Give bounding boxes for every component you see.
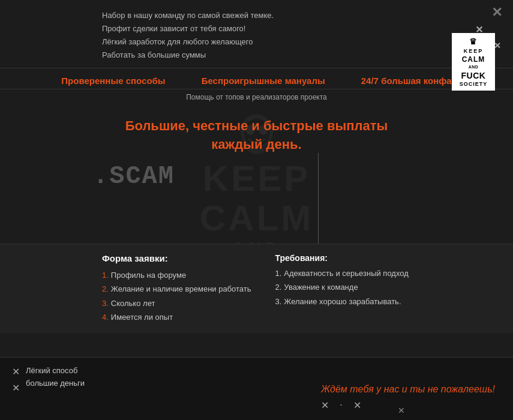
req-item-3: Желание хорошо зарабатывать. xyxy=(275,295,409,308)
bottom-text-block: Лёгкий способ большие деньги xyxy=(26,365,85,390)
form-item-1: Профиль на форуме xyxy=(102,268,251,282)
bottom-cta: Ждём тебя у нас и ты не пожалеешь! xyxy=(321,384,495,395)
bottom-bar: ✕ ✕ Лёгкий способ большие деньги ✕ . Ждё… xyxy=(0,357,513,420)
top-section: Набор в нашу команду по самой свежей тем… xyxy=(0,0,513,68)
tab-manuals[interactable]: Беспроигрышные мануалы xyxy=(202,76,325,86)
bottom-x-icon-1[interactable]: ✕ xyxy=(321,400,329,411)
form-block: Форма заявки: Профиль на форуме Желание … xyxy=(102,253,251,325)
form-item-2: Желание и наличие времени работать xyxy=(102,282,251,296)
req-title: Требования: xyxy=(275,253,409,263)
headline-text: Большие, честные и быстрые выплаты кажды… xyxy=(0,117,513,154)
bottom-x-icons: ✕ · ✕ xyxy=(321,400,495,411)
scam-text: .SCAM xyxy=(93,162,175,191)
form-item-4: Имеется ли опыт xyxy=(102,310,251,324)
form-title: Форма заявки: xyxy=(102,253,251,263)
req-item-1: Адекватность и серьезный подход xyxy=(275,266,409,280)
tab-proven[interactable]: Проверенные способы xyxy=(61,76,165,86)
headline: Большие, честные и быстрые выплаты кажды… xyxy=(0,117,513,154)
bottom-line1: Лёгкий способ xyxy=(26,365,85,377)
close-button-top-right[interactable]: ✕ xyxy=(491,5,502,20)
form-section: Форма заявки: Профиль на форуме Желание … xyxy=(0,244,513,334)
bottom-close-2[interactable]: ✕ xyxy=(12,382,20,394)
req-item-2: Уважение к команде xyxy=(275,280,409,294)
form-list: Профиль на форуме Желание и наличие врем… xyxy=(102,268,251,325)
bottom-line2: большие деньги xyxy=(26,377,85,390)
req-block: Требования: Адекватность и серьезный под… xyxy=(275,253,409,325)
keep-calm-badge: ♛ KEEP CALM AND FUCK SOCIETY xyxy=(452,33,495,91)
main-container: Набор в нашу команду по самой свежей тем… xyxy=(0,0,513,420)
x-bottom-corner[interactable]: ✕ xyxy=(398,406,405,415)
req-list: Адекватность и серьезный подход Уважение… xyxy=(275,266,409,308)
bottom-close-1[interactable]: ✕ xyxy=(12,366,20,377)
bottom-dot-sep: · xyxy=(340,400,342,411)
form-item-3: Сколько лет xyxy=(102,296,251,310)
nav-subtitle: Помощь от топов и реализаторов проекта xyxy=(0,89,513,105)
bottom-x-icon-2[interactable]: ✕ xyxy=(353,400,361,411)
top-text: Набор в нашу команду по самой свежей тем… xyxy=(102,9,501,62)
nav-tabs: Проверенные способы Беспроигрышные мануа… xyxy=(0,68,513,89)
bottom-right-area: Ждём тебя у нас и ты не пожалеешь! ✕ · ✕ xyxy=(321,384,495,411)
tab-conf[interactable]: 24/7 большая конфа xyxy=(361,76,452,86)
bottom-close-icons: ✕ ✕ xyxy=(12,365,20,394)
main-content: KEEP CALM AND FUCK SOCIETY Большие, чест… xyxy=(0,105,513,333)
